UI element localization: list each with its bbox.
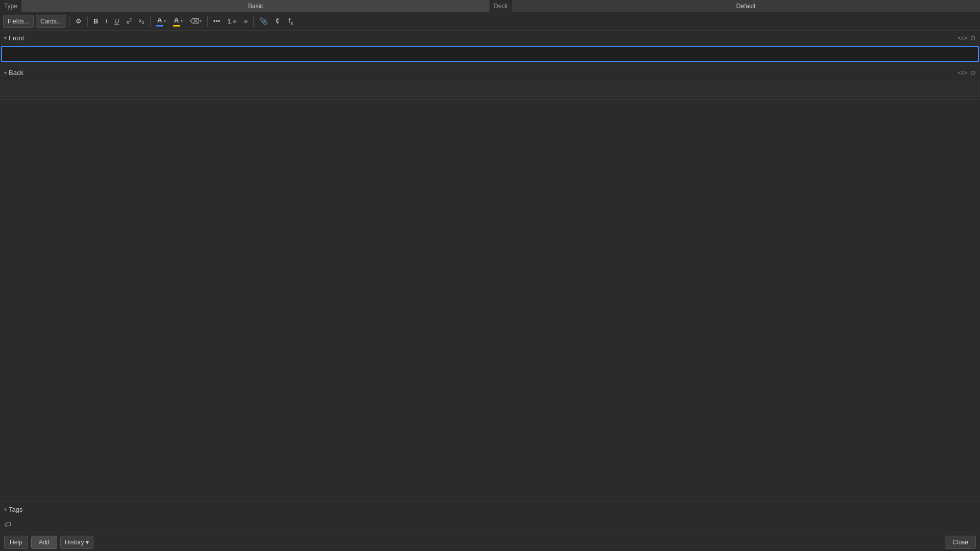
align-icon: ≡ xyxy=(244,17,248,25)
front-chevron-icon: ▾ xyxy=(4,35,7,41)
eraser-icon: ⌫ xyxy=(190,17,199,25)
eraser-dropdown-arrow: ▾ xyxy=(200,19,202,23)
tags-body: 🏷 xyxy=(0,516,980,533)
toolbar-divider-4 xyxy=(207,16,208,27)
underline-button[interactable]: U xyxy=(112,15,121,28)
bottom-bar: Help Add History ▾ Close xyxy=(0,533,980,551)
eraser-button[interactable]: ⌫ ▾ xyxy=(187,15,204,28)
back-label: Back xyxy=(9,69,23,77)
front-code-icon[interactable]: </> xyxy=(958,34,967,42)
highlight-color-dropdown-arrow: ▾ xyxy=(181,19,183,23)
history-label: History ▾ xyxy=(65,539,89,546)
front-label: Front xyxy=(9,34,24,42)
back-header: ▾ Back </> ⊙ xyxy=(0,65,980,80)
front-menu-icon[interactable]: ⊙ xyxy=(970,34,976,42)
superscript-button[interactable]: x2 xyxy=(124,15,134,28)
bold-button[interactable]: B xyxy=(91,15,101,28)
tag-icon: 🏷 xyxy=(4,520,11,529)
attach-button[interactable]: 📎 xyxy=(257,15,270,28)
unordered-list-button[interactable]: ••• xyxy=(211,15,223,28)
highlight-color-button[interactable]: A ▾ xyxy=(170,15,185,28)
front-header-right: </> ⊙ xyxy=(958,34,976,42)
front-header: ▾ Front </> ⊙ xyxy=(0,31,980,45)
settings-button[interactable]: ⚙ xyxy=(73,15,84,28)
back-section: ▾ Back </> ⊙ xyxy=(0,65,980,100)
tags-chevron-icon: ▾ xyxy=(4,507,7,512)
type-selector[interactable]: Basic xyxy=(21,0,489,12)
front-body xyxy=(0,45,980,65)
back-header-left: ▾ Back xyxy=(4,69,23,77)
type-label: Type xyxy=(0,3,21,10)
formula-button[interactable]: fx xyxy=(286,15,296,28)
toolbar-divider-3 xyxy=(150,16,151,27)
text-color-icon: A xyxy=(156,16,163,27)
close-button[interactable]: Close xyxy=(945,536,976,549)
back-header-right: </> ⊙ xyxy=(958,69,976,77)
text-color-button[interactable]: A ▾ xyxy=(154,15,168,28)
toolbar: Fields... Cards... ⚙ B I U x2 x2 A ▾ A ▾ xyxy=(0,12,980,31)
subscript-icon: x2 xyxy=(139,17,144,25)
content-spacer xyxy=(0,100,980,502)
deck-label: Deck xyxy=(489,3,511,10)
bold-icon: B xyxy=(93,17,98,25)
help-button[interactable]: Help xyxy=(4,536,28,549)
ordered-list-button[interactable]: 1.≡ xyxy=(225,15,239,28)
subscript-button[interactable]: x2 xyxy=(136,15,147,28)
fields-button[interactable]: Fields... xyxy=(3,15,34,28)
cards-button[interactable]: Cards... xyxy=(36,15,66,28)
back-code-icon[interactable]: </> xyxy=(958,69,967,77)
back-chevron-icon: ▾ xyxy=(4,70,7,76)
basic-type-label: Basic xyxy=(248,3,263,10)
superscript-icon: x2 xyxy=(126,17,132,25)
text-color-dropdown-arrow: ▾ xyxy=(164,19,166,23)
toolbar-divider-2 xyxy=(87,16,88,27)
italic-icon: I xyxy=(105,17,107,25)
front-input[interactable] xyxy=(1,46,979,62)
front-section: ▾ Front </> ⊙ xyxy=(0,31,980,65)
underline-icon: U xyxy=(114,17,119,25)
align-button[interactable]: ≡ xyxy=(241,15,251,28)
formula-icon: fx xyxy=(288,17,293,26)
back-menu-icon[interactable]: ⊙ xyxy=(970,69,976,77)
top-bar: Type Basic Deck Default xyxy=(0,0,980,12)
unordered-list-icon: ••• xyxy=(213,17,220,25)
back-body xyxy=(0,80,980,99)
record-button[interactable]: 🎙 xyxy=(272,15,284,28)
microphone-icon: 🎙 xyxy=(275,17,281,25)
highlight-color-icon: A xyxy=(173,16,180,27)
tags-section: ▾ Tags 🏷 xyxy=(0,502,980,533)
add-button[interactable]: Add xyxy=(31,536,57,549)
front-header-left: ▾ Front xyxy=(4,34,24,42)
tags-header: ▾ Tags xyxy=(0,502,980,516)
italic-button[interactable]: I xyxy=(103,15,110,28)
toolbar-divider-1 xyxy=(69,16,70,27)
ordered-list-icon: 1.≡ xyxy=(227,17,236,25)
deck-selector[interactable]: Default xyxy=(512,0,980,12)
history-button[interactable]: History ▾ xyxy=(60,536,93,549)
back-input[interactable] xyxy=(1,81,979,97)
main-content: ▾ Front </> ⊙ ▾ Back </> ⊙ xyxy=(0,31,980,533)
paperclip-icon: 📎 xyxy=(259,17,267,25)
toolbar-divider-5 xyxy=(253,16,254,27)
default-deck-label: Default xyxy=(736,3,755,10)
tags-label: Tags xyxy=(9,506,22,513)
gear-icon: ⚙ xyxy=(76,17,82,25)
